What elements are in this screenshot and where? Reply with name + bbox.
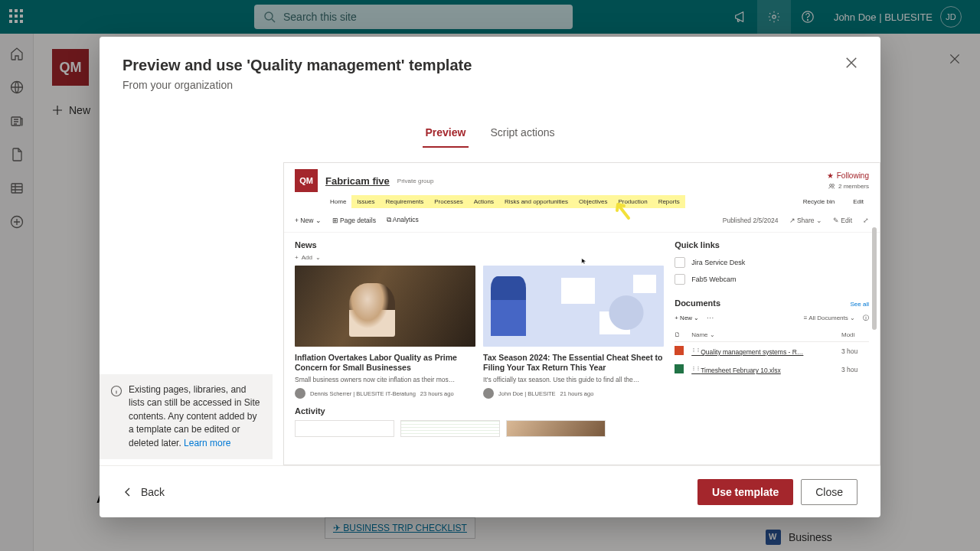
nav-edit[interactable]: Edit xyxy=(848,195,869,208)
nav-actions[interactable]: Actions xyxy=(469,195,499,208)
link-icon xyxy=(675,274,685,285)
author-name: Dennis Scherrer | BLUESITE IT-Beratung xyxy=(310,390,416,397)
svg-point-11 xyxy=(831,184,834,187)
activity-tile[interactable] xyxy=(506,420,606,437)
powerpoint-file-icon xyxy=(675,346,684,355)
cmd-new[interactable]: + New ⌄ xyxy=(295,217,322,224)
author-name: John Doe | BLUESITE xyxy=(498,390,555,397)
nav-requirements[interactable]: Requirements xyxy=(380,195,429,208)
col-name[interactable]: Name ⌄ xyxy=(691,331,841,338)
activity-heading: Activity xyxy=(295,406,869,416)
members-link[interactable]: 2 members xyxy=(827,183,869,190)
news-thumbnail xyxy=(483,266,664,347)
preview-command-bar: + New ⌄ ⊞ Page details ⧉ Analytics Publi… xyxy=(284,208,880,233)
docs-view-selector[interactable]: ≡ All Documents ⌄ xyxy=(804,315,855,321)
news-card-title: Inflation Overtakes Labor Quality as Pri… xyxy=(295,353,475,373)
doc-row-1[interactable]: ⋮⋮Quality management systems - R… 3 hou xyxy=(675,342,869,360)
news-card-desc: It's officially tax season. Use this gui… xyxy=(483,376,664,383)
cmd-edit[interactable]: ✎ Edit xyxy=(833,217,852,224)
preview-site-title[interactable]: Fabricam five xyxy=(325,175,390,187)
follow-toggle[interactable]: ★Following xyxy=(827,171,869,180)
nav-issues[interactable]: Issues xyxy=(351,195,380,208)
cmd-page-details[interactable]: ⊞ Page details xyxy=(332,217,376,224)
publish-time: 21 hours ago xyxy=(560,390,594,397)
close-button[interactable]: Close xyxy=(801,479,858,505)
publish-time: 23 hours ago xyxy=(420,390,454,397)
mouse-cursor-icon xyxy=(581,258,587,264)
documents-table: 🗋 Name ⌄ Modi ⋮⋮Quality management syste… xyxy=(675,328,869,379)
nav-reports[interactable]: Reports xyxy=(653,195,685,208)
quicklink-webcam[interactable]: Fab5 Webcam xyxy=(675,271,869,288)
news-thumbnail xyxy=(295,266,475,347)
nav-recycle-bin[interactable]: Recycle bin xyxy=(798,195,840,208)
learn-more-link[interactable]: Learn more xyxy=(184,438,230,448)
preview-site-logo: QM xyxy=(295,169,318,192)
activity-tile[interactable] xyxy=(295,420,394,437)
nav-home[interactable]: Home xyxy=(330,195,351,208)
activity-tile[interactable] xyxy=(400,420,500,437)
col-icon: 🗋 xyxy=(675,331,691,338)
docs-info-icon[interactable]: ⓘ xyxy=(863,314,869,322)
news-card-1[interactable]: Inflation Overtakes Labor Quality as Pri… xyxy=(295,266,475,399)
inner-scrollbar[interactable] xyxy=(872,227,877,330)
dialog-subtitle: From your organization xyxy=(122,79,858,91)
news-card-2[interactable]: Tax Season 2024: The Essential Cheat She… xyxy=(483,266,664,399)
info-callout: Existing pages, libraries, and lists can… xyxy=(100,374,273,459)
col-modified[interactable]: Modi xyxy=(841,331,869,338)
tab-preview[interactable]: Preview xyxy=(423,119,469,148)
close-icon[interactable] xyxy=(844,55,859,70)
news-card-title: Tax Season 2024: The Essential Cheat She… xyxy=(483,353,664,373)
docs-new[interactable]: + New ⌄ xyxy=(675,315,699,321)
cmd-analytics[interactable]: ⧉ Analytics xyxy=(387,216,419,224)
doc-row-2[interactable]: ⋮⋮Timesheet February 10.xlsx 3 hou xyxy=(675,360,869,379)
nav-objectives[interactable]: Objectives xyxy=(573,195,612,208)
tab-script-actions[interactable]: Script actions xyxy=(487,119,557,148)
chevron-left-icon xyxy=(122,487,133,497)
excel-file-icon xyxy=(675,364,684,373)
back-button[interactable]: Back xyxy=(122,486,165,498)
template-preview: QM Fabricam five Private group ★Followin… xyxy=(283,162,880,465)
preview-privacy-label: Private group xyxy=(397,178,434,184)
highlight-arrow-icon xyxy=(610,198,633,221)
cmd-share[interactable]: ↗ Share ⌄ xyxy=(789,217,822,224)
news-card-desc: Small business owners now cite inflation… xyxy=(295,376,475,383)
link-icon xyxy=(675,257,685,268)
dialog-title: Preview and use 'Quality management' tem… xyxy=(122,57,858,74)
news-heading: News xyxy=(295,240,664,249)
news-webpart: News + Add ⌄ Inflation Overtakes Labor Q… xyxy=(295,240,664,399)
template-preview-dialog: Preview and use 'Quality management' tem… xyxy=(100,37,880,517)
nav-risks[interactable]: Risks and opportunities xyxy=(499,195,573,208)
info-icon xyxy=(110,385,122,397)
author-avatar xyxy=(483,388,494,399)
cmd-expand-icon[interactable]: ⤢ xyxy=(863,217,869,224)
nav-processes[interactable]: Processes xyxy=(429,195,468,208)
news-add-button[interactable]: + Add ⌄ xyxy=(295,254,664,261)
docs-more-icon[interactable]: ··· xyxy=(707,315,714,321)
documents-heading: Documents xyxy=(675,298,720,308)
svg-point-10 xyxy=(829,184,831,187)
author-avatar xyxy=(295,388,305,399)
dialog-tabs: Preview Script actions xyxy=(100,119,880,148)
preview-site-nav: Home Issues Requirements Processes Actio… xyxy=(284,195,880,208)
quicklink-jira[interactable]: Jira Service Desk xyxy=(675,254,869,271)
quicklinks-heading: Quick links xyxy=(675,240,869,249)
activity-webpart: Activity xyxy=(284,406,880,445)
use-template-button[interactable]: Use template xyxy=(697,479,793,505)
published-label: Published 2/5/2024 xyxy=(723,217,779,224)
see-all-link[interactable]: See all xyxy=(851,301,869,308)
